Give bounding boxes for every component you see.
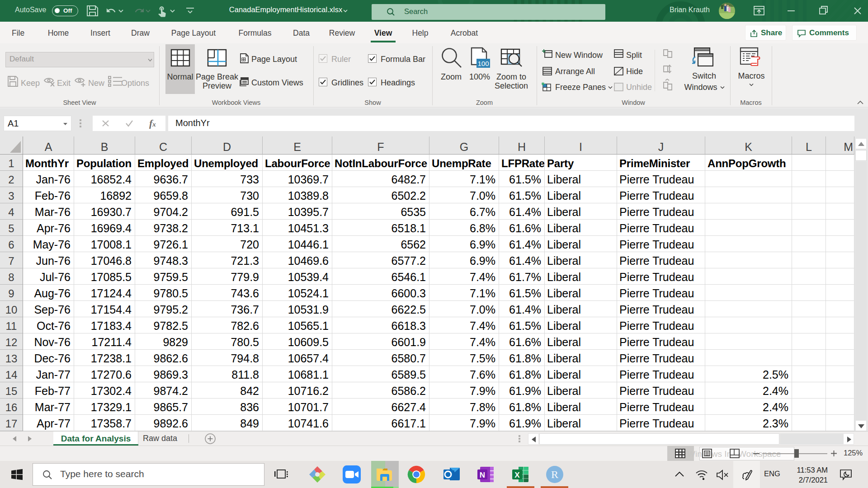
svg-text:N: N: [480, 471, 485, 479]
svg-text:R: R: [551, 469, 558, 480]
svg-text:100: 100: [477, 60, 489, 67]
svg-text:X: X: [514, 471, 520, 479]
